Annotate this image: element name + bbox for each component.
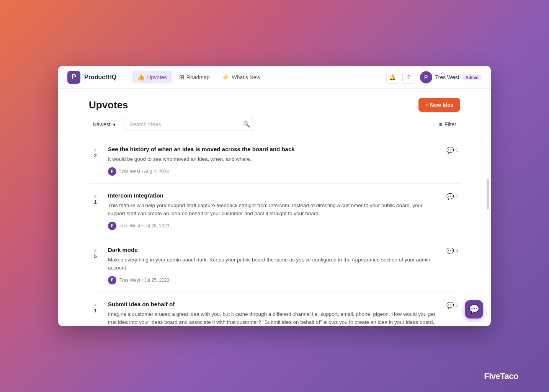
avatar: P xyxy=(108,222,116,230)
vote-up-icon[interactable]: ▲ xyxy=(93,193,98,198)
idea-meta: P Tres West • Aug 2, 2023 xyxy=(108,167,440,176)
search-icon: 🔍 xyxy=(243,121,250,128)
scrollbar-track xyxy=(486,179,489,318)
comment-count: 4 xyxy=(456,248,458,254)
comment-icon: 💬 xyxy=(446,302,454,309)
comment-icon: 💬 xyxy=(446,147,454,154)
vote-area: ▲ 1 xyxy=(89,191,102,205)
search-box: 🔍 xyxy=(124,118,254,131)
idea-title[interactable]: Dark mode xyxy=(108,246,440,254)
vote-area: ▲ 5 xyxy=(89,246,102,259)
user-area: P Tres West Admin xyxy=(420,71,482,83)
main-nav: 👍 Upvotes ⊞ Roadmap ⚡ What's New xyxy=(132,71,386,83)
idea-title[interactable]: See the history of when an idea is moved… xyxy=(108,145,440,153)
comment-icon: 💬 xyxy=(446,193,454,200)
app-header: P ProductHQ 👍 Upvotes ⊞ Roadmap ⚡ What's… xyxy=(58,66,491,89)
search-input[interactable] xyxy=(124,118,254,131)
upvotes-nav-icon: 👍 xyxy=(137,74,145,81)
vote-count: 5 xyxy=(94,253,96,259)
vote-up-icon[interactable]: ▲ xyxy=(93,302,98,307)
fivetaco-branding: FiveTaco xyxy=(484,371,518,381)
list-item: ▲ 1 Intercom Integration This feature wi… xyxy=(89,184,460,238)
vote-area: ▲ 1 xyxy=(89,300,102,314)
question-icon: ? xyxy=(407,74,410,80)
vote-area: ▲ 2 xyxy=(89,145,102,158)
list-item: ▲ 2 See the history of when an idea is m… xyxy=(89,137,460,184)
idea-author-date: Tres West • Aug 2, 2023 xyxy=(119,169,169,174)
avatar: P xyxy=(420,71,432,83)
vote-up-icon[interactable]: ▲ xyxy=(93,247,98,253)
bell-icon: 🔔 xyxy=(389,74,396,81)
ideas-list: ▲ 2 See the history of when an idea is m… xyxy=(58,137,491,326)
idea-meta: P Tres West • Jul 28, 2023 xyxy=(108,222,440,230)
nav-upvotes[interactable]: 👍 Upvotes xyxy=(132,71,172,83)
page-header: Upvotes + New Idea xyxy=(58,89,491,118)
comment-count: 0 xyxy=(456,147,458,153)
toolbar: Newest ▾ 🔍 ≡ Filter xyxy=(58,118,491,137)
whats-new-nav-icon: ⚡ xyxy=(222,74,230,81)
idea-body: See the history of when an idea is moved… xyxy=(108,145,440,176)
new-idea-button[interactable]: + New Idea xyxy=(418,98,460,112)
nav-whats-new[interactable]: ⚡ What's New xyxy=(217,71,266,83)
vote-count: 2 xyxy=(94,153,96,158)
comment-icon: 💬 xyxy=(446,247,454,255)
idea-title[interactable]: Submit idea on behalf of xyxy=(108,300,440,308)
app-logo-icon: P xyxy=(67,71,80,84)
idea-description: It would be good to see who moved an ide… xyxy=(108,155,440,163)
idea-meta: P Tres West • Jul 25, 2023 xyxy=(108,276,440,284)
filter-button[interactable]: ≡ Filter xyxy=(435,119,460,130)
scrollbar-thumb[interactable] xyxy=(487,179,489,209)
header-right: 🔔 ? P Tres West Admin xyxy=(386,71,482,84)
app-name: ProductHQ xyxy=(84,74,116,81)
idea-description: This feature will help your support staf… xyxy=(108,202,440,218)
idea-author-date: Tres West • Jul 28, 2023 xyxy=(119,223,169,229)
comment-area: 💬 0 xyxy=(446,145,460,154)
chat-icon: 💬 xyxy=(469,304,479,314)
avatar: P xyxy=(108,276,116,284)
avatar: P xyxy=(108,167,116,176)
comment-count: 0 xyxy=(456,194,458,199)
roadmap-nav-icon: ⊞ xyxy=(179,74,184,81)
idea-author-date: Tres West • Jul 25, 2023 xyxy=(119,278,169,283)
comment-area: 💬 0 xyxy=(446,300,460,309)
idea-title[interactable]: Intercom Integration xyxy=(108,191,440,199)
user-name: Tres West xyxy=(435,74,459,80)
main-content: Upvotes + New Idea Newest ▾ 🔍 ≡ Filter xyxy=(58,89,491,326)
filter-icon: ≡ xyxy=(439,121,442,127)
notifications-button[interactable]: 🔔 xyxy=(386,71,399,84)
help-button[interactable]: ? xyxy=(402,71,415,84)
chevron-down-icon: ▾ xyxy=(113,121,116,127)
vote-count: 1 xyxy=(94,308,96,314)
idea-description: Imagine a customer shared a great idea w… xyxy=(108,310,440,326)
comment-area: 💬 0 xyxy=(446,191,460,200)
nav-roadmap[interactable]: ⊞ Roadmap xyxy=(174,71,215,83)
idea-description: Makes everything in your admin panel dar… xyxy=(108,256,440,272)
list-item: ▲ 1 Submit idea on behalf of Imagine a c… xyxy=(89,292,460,326)
idea-body: Dark mode Makes everything in your admin… xyxy=(108,246,440,284)
admin-badge: Admin xyxy=(462,74,482,80)
sort-button[interactable]: Newest ▾ xyxy=(89,119,119,130)
idea-body: Intercom Integration This feature will h… xyxy=(108,191,440,230)
vote-up-icon[interactable]: ▲ xyxy=(93,147,98,152)
comment-count: 0 xyxy=(456,302,458,308)
page-title: Upvotes xyxy=(89,99,128,111)
idea-body: Submit idea on behalf of Imagine a custo… xyxy=(108,300,440,326)
comment-area: 💬 4 xyxy=(446,246,460,255)
app-window: P ProductHQ 👍 Upvotes ⊞ Roadmap ⚡ What's… xyxy=(58,66,491,326)
vote-count: 1 xyxy=(94,199,96,205)
chat-button[interactable]: 💬 xyxy=(465,300,483,318)
logo-area: P ProductHQ xyxy=(67,71,116,84)
list-item: ▲ 5 Dark mode Makes everything in your a… xyxy=(89,238,460,292)
